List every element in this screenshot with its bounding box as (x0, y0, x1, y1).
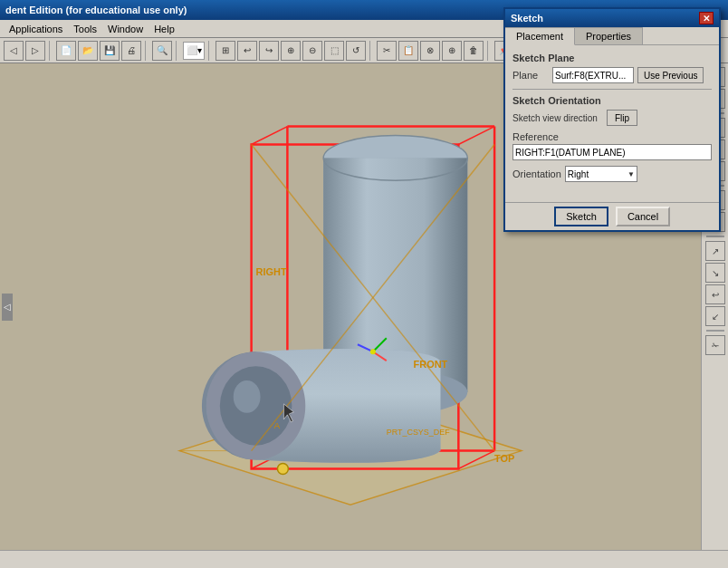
svg-text:RIGHT: RIGHT (256, 266, 287, 277)
sketch-dialog: Sketch ✕ Placement Properties Sketch Pla… (503, 7, 721, 232)
orientation-value: Right (568, 169, 589, 179)
toolbar-b8[interactable]: ⊕ (442, 41, 462, 61)
rt-sep-4 (706, 330, 724, 332)
sketch-plane-section-label: Sketch Plane (512, 53, 712, 63)
title-text: dent Edition (for educational use only) (5, 5, 187, 15)
toolbar-search[interactable]: 🔍 (152, 41, 172, 61)
orientation-dropdown[interactable]: Right ▼ (565, 166, 637, 182)
flip-button[interactable]: Flip (607, 110, 637, 126)
toolbar-b9[interactable]: 🗑 (464, 41, 484, 61)
menu-applications[interactable]: Applications (4, 22, 68, 36)
plane-label: Plane (512, 70, 549, 81)
toolbar-print[interactable]: 🖨 (121, 41, 141, 61)
rt-btn-8[interactable]: ↗ (705, 241, 725, 261)
svg-text:PRT_CSYS_DEF: PRT_CSYS_DEF (387, 428, 450, 437)
toolbar-b7[interactable]: ⊗ (420, 41, 440, 61)
dialog-tabs: Placement Properties (505, 27, 719, 45)
tab-placement[interactable]: Placement (505, 27, 575, 45)
sketch-button[interactable]: Sketch (554, 207, 608, 226)
rt-btn-11[interactable]: ↙ (705, 306, 725, 326)
orientation-label: Orientation (512, 168, 561, 179)
orientation-dropdown-arrow: ▼ (627, 170, 635, 178)
sketch-view-direction-label: Sketch view direction (512, 113, 603, 123)
section-divider-1 (512, 89, 712, 90)
status-bar (0, 550, 728, 568)
toolbar-sep-4 (208, 41, 212, 61)
toolbar-sep-2 (145, 41, 148, 61)
rt-sep-3 (706, 236, 724, 237)
toolbar-new[interactable]: 📄 (56, 41, 76, 61)
dialog-titlebar[interactable]: Sketch ✕ (505, 9, 719, 27)
toolbar-view-combo[interactable]: ⬜▾ (183, 42, 205, 60)
reference-row: Reference RIGHT:F1(DATUM PLANE) (512, 131, 712, 160)
svg-text:TOP: TOP (494, 453, 514, 464)
toolbar-undo[interactable]: ◁ (4, 41, 24, 61)
svg-point-21 (234, 380, 261, 413)
dialog-close-button[interactable]: ✕ (699, 12, 714, 24)
rt-btn-10[interactable]: ↩ (705, 284, 725, 304)
orientation-row: Orientation Right ▼ (512, 166, 712, 182)
toolbar-sep-5 (369, 41, 373, 61)
toolbar-open[interactable]: 📂 (78, 41, 98, 61)
toolbar-fit[interactable]: ⬚ (324, 41, 344, 61)
reference-label: Reference (512, 131, 559, 142)
toolbar-b2[interactable]: ↩ (237, 41, 257, 61)
sketch-orientation-section-label: Sketch Orientation (512, 95, 712, 106)
use-previous-button[interactable]: Use Previous (637, 67, 704, 83)
rt-btn-9[interactable]: ↘ (705, 263, 725, 283)
left-nav-arrow[interactable]: ◁ (2, 294, 13, 321)
svg-point-27 (370, 349, 376, 354)
plane-row: Plane Surf:F8(EXTRU... Use Previous (512, 67, 712, 83)
reference-value[interactable]: RIGHT:F1(DATUM PLANE) (512, 144, 712, 160)
plane-value[interactable]: Surf:F8(EXTRU... (552, 67, 634, 83)
toolbar-sep-1 (49, 41, 53, 61)
cancel-button[interactable]: Cancel (616, 207, 670, 226)
tab-properties[interactable]: Properties (575, 27, 643, 44)
dialog-title: Sketch (511, 13, 543, 24)
rt-btn-12[interactable]: ✁ (705, 335, 725, 355)
toolbar-b1[interactable]: ⊞ (216, 41, 235, 61)
menu-help[interactable]: Help (148, 22, 180, 36)
toolbar-save[interactable]: 💾 (100, 41, 120, 61)
menu-tools[interactable]: Tools (68, 22, 102, 36)
svg-text:A: A (273, 420, 280, 430)
svg-text:FRONT: FRONT (414, 359, 448, 370)
menu-window[interactable]: Window (102, 22, 148, 36)
toolbar-b3[interactable]: ↪ (259, 41, 279, 61)
toolbar-b5[interactable]: ✂ (377, 41, 397, 61)
toolbar-b6[interactable]: 📋 (398, 41, 418, 61)
sketch-view-direction-row: Sketch view direction Flip (512, 110, 712, 126)
toolbar-sep-3 (176, 41, 179, 61)
toolbar-sep-6 (487, 41, 491, 61)
svg-point-28 (277, 464, 288, 475)
toolbar-zoom-in[interactable]: ⊕ (281, 41, 301, 61)
dialog-buttons: Sketch Cancel (505, 202, 719, 230)
toolbar-zoom-out[interactable]: ⊖ (302, 41, 322, 61)
toolbar-redo[interactable]: ▷ (25, 41, 45, 61)
toolbar-b4[interactable]: ↺ (346, 41, 366, 61)
dialog-content: Sketch Plane Plane Surf:F8(EXTRU... Use … (505, 45, 719, 195)
